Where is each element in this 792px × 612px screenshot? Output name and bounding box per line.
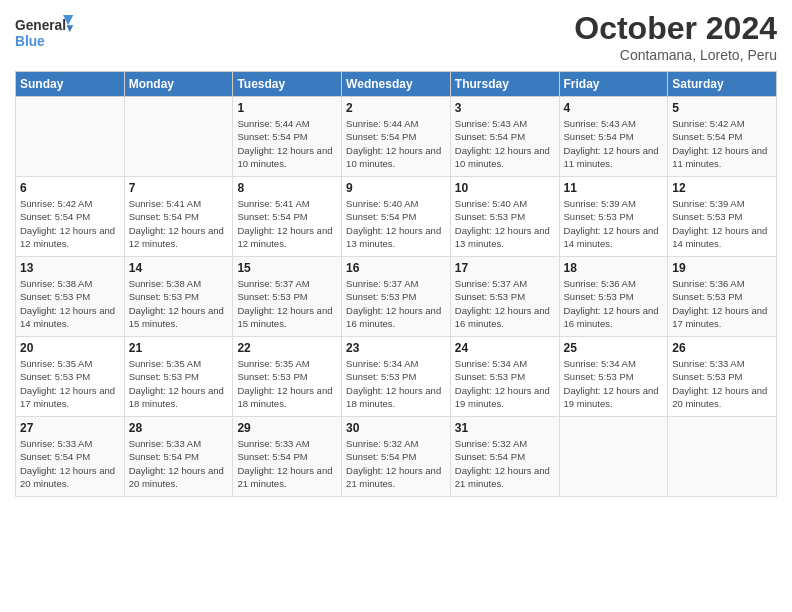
day-info: Sunrise: 5:44 AM Sunset: 5:54 PM Dayligh…	[237, 117, 337, 170]
day-number: 19	[672, 261, 772, 275]
day-info: Sunrise: 5:41 AM Sunset: 5:54 PM Dayligh…	[237, 197, 337, 250]
day-cell-34	[559, 417, 668, 497]
day-info: Sunrise: 5:40 AM Sunset: 5:53 PM Dayligh…	[455, 197, 555, 250]
day-cell-35	[668, 417, 777, 497]
svg-marker-3	[66, 25, 73, 32]
day-number: 20	[20, 341, 120, 355]
week-row-3: 13Sunrise: 5:38 AM Sunset: 5:53 PM Dayli…	[16, 257, 777, 337]
day-number: 24	[455, 341, 555, 355]
day-cell-26: 24Sunrise: 5:34 AM Sunset: 5:53 PM Dayli…	[450, 337, 559, 417]
day-info: Sunrise: 5:35 AM Sunset: 5:53 PM Dayligh…	[129, 357, 229, 410]
day-info: Sunrise: 5:35 AM Sunset: 5:53 PM Dayligh…	[237, 357, 337, 410]
day-info: Sunrise: 5:36 AM Sunset: 5:53 PM Dayligh…	[672, 277, 772, 330]
day-cell-21: 19Sunrise: 5:36 AM Sunset: 5:53 PM Dayli…	[668, 257, 777, 337]
day-cell-2	[124, 97, 233, 177]
week-row-5: 27Sunrise: 5:33 AM Sunset: 5:54 PM Dayli…	[16, 417, 777, 497]
month-year-title: October 2024	[574, 10, 777, 47]
day-cell-15: 13Sunrise: 5:38 AM Sunset: 5:53 PM Dayli…	[16, 257, 125, 337]
day-cell-20: 18Sunrise: 5:36 AM Sunset: 5:53 PM Dayli…	[559, 257, 668, 337]
week-row-4: 20Sunrise: 5:35 AM Sunset: 5:53 PM Dayli…	[16, 337, 777, 417]
day-info: Sunrise: 5:33 AM Sunset: 5:54 PM Dayligh…	[129, 437, 229, 490]
col-thursday: Thursday	[450, 72, 559, 97]
day-number: 9	[346, 181, 446, 195]
day-info: Sunrise: 5:37 AM Sunset: 5:53 PM Dayligh…	[237, 277, 337, 330]
day-info: Sunrise: 5:37 AM Sunset: 5:53 PM Dayligh…	[346, 277, 446, 330]
col-friday: Friday	[559, 72, 668, 97]
page: General Blue October 2024 Contamana, Lor…	[0, 0, 792, 612]
day-cell-11: 9Sunrise: 5:40 AM Sunset: 5:54 PM Daylig…	[342, 177, 451, 257]
header: General Blue October 2024 Contamana, Lor…	[15, 10, 777, 63]
day-cell-6: 4Sunrise: 5:43 AM Sunset: 5:54 PM Daylig…	[559, 97, 668, 177]
week-row-2: 6Sunrise: 5:42 AM Sunset: 5:54 PM Daylig…	[16, 177, 777, 257]
day-number: 17	[455, 261, 555, 275]
location-subtitle: Contamana, Loreto, Peru	[574, 47, 777, 63]
day-number: 30	[346, 421, 446, 435]
day-cell-3: 1Sunrise: 5:44 AM Sunset: 5:54 PM Daylig…	[233, 97, 342, 177]
day-number: 6	[20, 181, 120, 195]
calendar-header-row: Sunday Monday Tuesday Wednesday Thursday…	[16, 72, 777, 97]
day-number: 27	[20, 421, 120, 435]
day-cell-8: 6Sunrise: 5:42 AM Sunset: 5:54 PM Daylig…	[16, 177, 125, 257]
svg-text:Blue: Blue	[15, 34, 45, 49]
col-monday: Monday	[124, 72, 233, 97]
day-info: Sunrise: 5:32 AM Sunset: 5:54 PM Dayligh…	[455, 437, 555, 490]
day-info: Sunrise: 5:35 AM Sunset: 5:53 PM Dayligh…	[20, 357, 120, 410]
day-info: Sunrise: 5:33 AM Sunset: 5:54 PM Dayligh…	[237, 437, 337, 490]
week-row-1: 1Sunrise: 5:44 AM Sunset: 5:54 PM Daylig…	[16, 97, 777, 177]
day-info: Sunrise: 5:33 AM Sunset: 5:54 PM Dayligh…	[20, 437, 120, 490]
day-info: Sunrise: 5:37 AM Sunset: 5:53 PM Dayligh…	[455, 277, 555, 330]
day-cell-25: 23Sunrise: 5:34 AM Sunset: 5:53 PM Dayli…	[342, 337, 451, 417]
day-number: 5	[672, 101, 772, 115]
day-cell-28: 26Sunrise: 5:33 AM Sunset: 5:53 PM Dayli…	[668, 337, 777, 417]
day-number: 25	[564, 341, 664, 355]
day-number: 8	[237, 181, 337, 195]
day-cell-33: 31Sunrise: 5:32 AM Sunset: 5:54 PM Dayli…	[450, 417, 559, 497]
day-info: Sunrise: 5:41 AM Sunset: 5:54 PM Dayligh…	[129, 197, 229, 250]
day-info: Sunrise: 5:39 AM Sunset: 5:53 PM Dayligh…	[672, 197, 772, 250]
day-info: Sunrise: 5:34 AM Sunset: 5:53 PM Dayligh…	[346, 357, 446, 410]
day-cell-5: 3Sunrise: 5:43 AM Sunset: 5:54 PM Daylig…	[450, 97, 559, 177]
day-number: 14	[129, 261, 229, 275]
day-cell-22: 20Sunrise: 5:35 AM Sunset: 5:53 PM Dayli…	[16, 337, 125, 417]
day-info: Sunrise: 5:40 AM Sunset: 5:54 PM Dayligh…	[346, 197, 446, 250]
col-wednesday: Wednesday	[342, 72, 451, 97]
day-number: 3	[455, 101, 555, 115]
day-info: Sunrise: 5:42 AM Sunset: 5:54 PM Dayligh…	[20, 197, 120, 250]
col-tuesday: Tuesday	[233, 72, 342, 97]
day-info: Sunrise: 5:44 AM Sunset: 5:54 PM Dayligh…	[346, 117, 446, 170]
day-cell-1	[16, 97, 125, 177]
day-number: 15	[237, 261, 337, 275]
day-number: 13	[20, 261, 120, 275]
day-cell-24: 22Sunrise: 5:35 AM Sunset: 5:53 PM Dayli…	[233, 337, 342, 417]
day-info: Sunrise: 5:33 AM Sunset: 5:53 PM Dayligh…	[672, 357, 772, 410]
day-cell-7: 5Sunrise: 5:42 AM Sunset: 5:54 PM Daylig…	[668, 97, 777, 177]
day-cell-23: 21Sunrise: 5:35 AM Sunset: 5:53 PM Dayli…	[124, 337, 233, 417]
day-info: Sunrise: 5:34 AM Sunset: 5:53 PM Dayligh…	[564, 357, 664, 410]
day-cell-18: 16Sunrise: 5:37 AM Sunset: 5:53 PM Dayli…	[342, 257, 451, 337]
day-info: Sunrise: 5:34 AM Sunset: 5:53 PM Dayligh…	[455, 357, 555, 410]
day-info: Sunrise: 5:43 AM Sunset: 5:54 PM Dayligh…	[455, 117, 555, 170]
day-number: 23	[346, 341, 446, 355]
day-info: Sunrise: 5:43 AM Sunset: 5:54 PM Dayligh…	[564, 117, 664, 170]
day-cell-19: 17Sunrise: 5:37 AM Sunset: 5:53 PM Dayli…	[450, 257, 559, 337]
day-number: 16	[346, 261, 446, 275]
day-cell-10: 8Sunrise: 5:41 AM Sunset: 5:54 PM Daylig…	[233, 177, 342, 257]
day-cell-9: 7Sunrise: 5:41 AM Sunset: 5:54 PM Daylig…	[124, 177, 233, 257]
day-number: 26	[672, 341, 772, 355]
day-number: 10	[455, 181, 555, 195]
day-number: 11	[564, 181, 664, 195]
day-number: 1	[237, 101, 337, 115]
col-sunday: Sunday	[16, 72, 125, 97]
day-number: 18	[564, 261, 664, 275]
day-cell-27: 25Sunrise: 5:34 AM Sunset: 5:53 PM Dayli…	[559, 337, 668, 417]
day-cell-17: 15Sunrise: 5:37 AM Sunset: 5:53 PM Dayli…	[233, 257, 342, 337]
day-number: 12	[672, 181, 772, 195]
day-number: 21	[129, 341, 229, 355]
day-number: 29	[237, 421, 337, 435]
logo: General Blue	[15, 10, 75, 55]
day-info: Sunrise: 5:42 AM Sunset: 5:54 PM Dayligh…	[672, 117, 772, 170]
title-section: October 2024 Contamana, Loreto, Peru	[574, 10, 777, 63]
logo-svg: General Blue	[15, 10, 75, 55]
day-number: 7	[129, 181, 229, 195]
day-cell-30: 28Sunrise: 5:33 AM Sunset: 5:54 PM Dayli…	[124, 417, 233, 497]
